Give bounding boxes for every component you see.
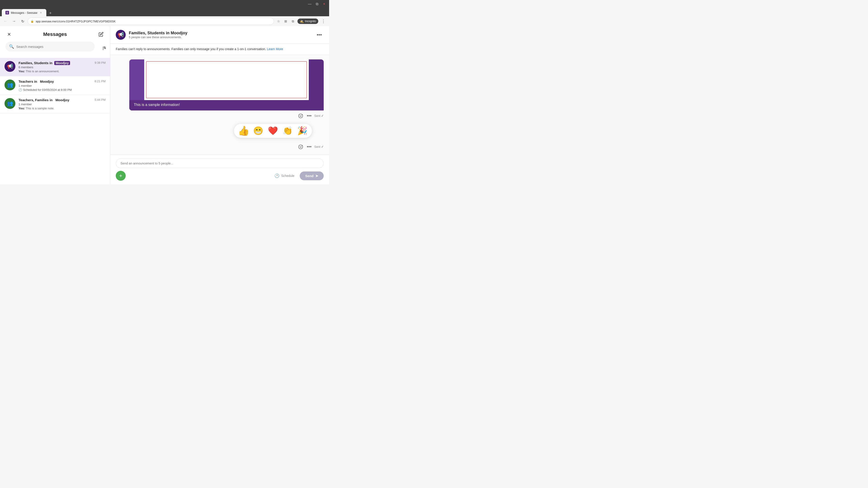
search-input[interactable] <box>16 45 91 48</box>
extensions-button[interactable]: ⊞ <box>283 18 289 24</box>
sent-text-1: Sent <box>314 114 320 118</box>
compose-button[interactable] <box>97 31 105 38</box>
conversation-header-teachers: Teachers in Moodjoy 6:21 PM <box>19 79 105 84</box>
browser-chrome: — ⧉ × S Messages - Seesaw × + ← → ↻ 🔒 ap… <box>0 0 329 26</box>
emoji-add-icon-1 <box>298 113 303 119</box>
conversation-name-teachers-families: Teachers, Families in Moodjoy <box>19 98 95 102</box>
schedule-label: Schedule <box>281 174 294 177</box>
send-button[interactable]: Send ➤ <box>300 171 324 180</box>
window-controls: — ⧉ × <box>307 1 327 7</box>
lock-icon: 🔒 <box>31 20 34 23</box>
conversation-members-families: 6 members <box>19 66 105 69</box>
svg-point-4 <box>104 47 105 48</box>
conversation-avatar-teachers-families: 👥 <box>4 98 16 109</box>
message-more-button-2[interactable]: ••• <box>306 143 312 150</box>
split-view-button[interactable]: ⧉ <box>290 18 296 24</box>
conversation-preview-teachers-families: You: This is a sample note. <box>19 107 105 110</box>
search-row: 🔍 <box>0 41 110 58</box>
conversation-item-families[interactable]: 📢 Families, Students in Moodjoy 9:38 PM … <box>0 58 110 76</box>
conversation-highlight-families: Moodjoy <box>54 61 70 65</box>
send-icon: ➤ <box>315 174 318 178</box>
message-sent-label-2: Sent ✓ <box>314 145 324 149</box>
bookmark-button[interactable]: ☆ <box>275 18 282 24</box>
add-attachment-button[interactable]: + <box>116 171 126 181</box>
conversation-avatar-teachers: 👥 <box>4 79 16 90</box>
learn-more-link[interactable]: Learn More <box>267 47 283 51</box>
search-bar[interactable]: 🔍 <box>5 41 95 52</box>
conversation-content-teachers: Teachers in Moodjoy 6:21 PM 1 member 🕐 S… <box>19 79 105 92</box>
minimize-button[interactable]: — <box>307 1 313 7</box>
conversation-preview-families: You: This is an announcement. <box>19 70 105 73</box>
address-bar-actions: ☆ ⊞ ⧉ <box>275 18 296 24</box>
active-tab[interactable]: S Messages - Seesaw × <box>2 9 46 16</box>
chat-header-avatar: 📢 <box>116 30 126 40</box>
clock-icon: 🕐 <box>19 88 22 92</box>
input-toolbar: + 🕐 Schedule Send ➤ <box>116 171 324 181</box>
conversation-list: 📢 Families, Students in Moodjoy 9:38 PM … <box>0 58 110 184</box>
message-text-area: This is a sample information! <box>129 100 324 110</box>
conversation-avatar-families: 📢 <box>4 61 16 72</box>
emoji-clap[interactable]: 👏 <box>283 126 293 135</box>
send-label: Send <box>305 174 313 178</box>
message-input[interactable] <box>116 159 324 168</box>
sent-check-1: ✓ <box>321 114 324 118</box>
app-container: ✕ Messages 🔍 <box>0 26 329 184</box>
conversation-name-teachers: Teachers in Moodjoy <box>19 79 95 84</box>
incognito-icon: 🕵 <box>300 20 304 23</box>
conversation-item-teachers[interactable]: 👥 Teachers in Moodjoy 6:21 PM 1 member 🕐… <box>0 76 110 95</box>
filter-button[interactable] <box>100 44 108 53</box>
emoji-party[interactable]: 🎉 <box>297 126 307 135</box>
info-text-1: Families can't reply to announcements. F… <box>116 47 246 51</box>
scheduled-text-teachers: Scheduled for 03/05/2024 at 8:00 PM <box>23 88 72 92</box>
message-wrapper-1: This is a sample information! ••• <box>116 59 324 120</box>
conversation-content-families: Families, Students in Moodjoy 9:38 PM 6 … <box>19 61 105 73</box>
compose-icon <box>98 32 103 37</box>
search-icon: 🔍 <box>9 44 14 49</box>
forward-button[interactable]: → <box>10 18 18 25</box>
chat-header: 📢 Families, Students in Moodjoy 5 people… <box>110 26 329 43</box>
tab-favicon: S <box>5 11 9 14</box>
chat-more-button[interactable]: ••• <box>315 31 324 39</box>
preview-text-teachers-families: This is a sample note. <box>26 107 54 110</box>
sent-text-2: Sent <box>314 145 320 149</box>
conversation-scheduled-teachers: 🕐 Scheduled for 03/05/2024 at 8:00 PM <box>19 88 105 92</box>
message-actions-1: ••• Sent ✓ <box>297 111 324 120</box>
filter-icon <box>102 46 107 51</box>
close-button[interactable]: × <box>321 1 327 7</box>
back-button[interactable]: ← <box>2 18 9 25</box>
chat-header-title: Families, Students in Moodjoy <box>129 31 312 35</box>
browser-menu-button[interactable]: ⋮ <box>320 18 327 25</box>
emoji-reaction-popup: 👍 😁 ❤️ 👏 🎉 <box>234 124 312 138</box>
conversation-members-teachers: 1 member <box>19 84 105 88</box>
conversation-header-families: Families, Students in Moodjoy 9:38 PM <box>19 61 105 65</box>
info-text-2: conversation. <box>247 47 266 51</box>
emoji-heart[interactable]: ❤️ <box>268 126 278 135</box>
maximize-button[interactable]: ⧉ <box>314 1 320 7</box>
chat-header-info: Families, Students in Moodjoy 5 people c… <box>129 31 312 39</box>
tab-close-button[interactable]: × <box>39 11 43 14</box>
schedule-button[interactable]: 🕐 Schedule <box>272 171 297 180</box>
image-center-area <box>146 61 307 98</box>
browser-titlebar: — ⧉ × <box>0 0 329 8</box>
emoji-reaction-button-2[interactable] <box>297 143 304 150</box>
address-bar-row: ← → ↻ 🔒 app.seesaw.me/c/conv.01HR4TZFGJF… <box>0 16 329 26</box>
conversation-time-teachers: 6:21 PM <box>95 79 105 83</box>
schedule-icon: 🕐 <box>274 173 279 178</box>
emoji-grin[interactable]: 😁 <box>253 126 264 135</box>
address-bar[interactable]: 🔒 app.seesaw.me/c/conv.01HR4TZFGJFGPC7ME… <box>28 18 274 25</box>
image-left-strip <box>129 59 144 100</box>
image-right-strip <box>309 59 324 100</box>
emoji-add-icon-2 <box>298 144 303 149</box>
emoji-reaction-button-1[interactable] <box>297 112 304 119</box>
address-text: app.seesaw.me/c/conv.01HR4TZFGJFGPC7MEVG… <box>36 20 271 23</box>
message-more-button-1[interactable]: ••• <box>306 112 312 119</box>
sidebar: ✕ Messages 🔍 <box>0 26 110 184</box>
tab-bar: S Messages - Seesaw × + <box>0 8 329 16</box>
new-tab-button[interactable]: + <box>47 10 54 16</box>
reload-button[interactable]: ↻ <box>19 18 26 25</box>
sidebar-close-button[interactable]: ✕ <box>5 31 13 38</box>
conversation-item-teachers-families[interactable]: 👥 Teachers, Families in Moodjoy 5:44 PM … <box>0 95 110 113</box>
emoji-thumbs-up[interactable]: 👍 <box>238 125 250 136</box>
svg-point-10 <box>299 144 303 149</box>
sent-check-2: ✓ <box>321 145 324 149</box>
